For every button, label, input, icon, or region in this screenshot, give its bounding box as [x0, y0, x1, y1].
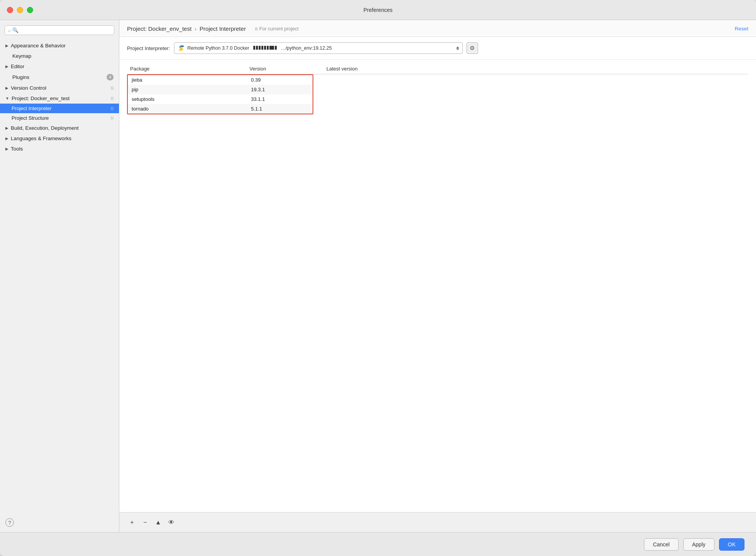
nav-items: ▶ Appearance & Behavior Keymap ▶ Editor …	[0, 39, 119, 156]
copy-icon: ⎘	[111, 116, 114, 121]
copy-icon: ⎘	[111, 96, 114, 101]
breadcrumb-project: Project: Docker_env_test	[127, 25, 192, 32]
sidebar-item-appearance[interactable]: ▶ Appearance & Behavior	[0, 40, 119, 51]
content-area: Project: Docker_env_test › Project Inter…	[119, 20, 756, 532]
col-header-latest: Latest version	[323, 66, 748, 72]
preferences-window: Preferences ⌕ ▶ Appearance & Behavior Ke…	[0, 0, 756, 556]
maximize-button[interactable]	[27, 7, 33, 13]
minimize-button[interactable]	[17, 7, 23, 13]
interpreter-settings-button[interactable]: ⚙	[467, 42, 478, 54]
sidebar-item-plugins[interactable]: Plugins 4	[0, 72, 119, 83]
search-input[interactable]	[12, 27, 111, 33]
arrow-icon: ▶	[5, 44, 8, 48]
arrow-icon: ▶	[5, 147, 8, 151]
bottom-toolbar: + − ▲ 👁	[119, 512, 756, 532]
package-version: 0.39	[247, 75, 313, 85]
python-icon	[177, 44, 185, 52]
table-row[interactable]: tornado 5.1.1	[128, 104, 313, 114]
table-row[interactable]: setuptools 33.1.1	[128, 94, 313, 104]
show-package-details-button[interactable]: 👁	[166, 517, 176, 528]
package-version: 19.3.1	[247, 85, 313, 94]
sidebar-item-label: Project: Docker_env_test	[12, 95, 70, 101]
sidebar-item-label: Editor	[11, 64, 24, 69]
package-table: jieba 0.39 pip 19.3.1 setuptools 33.1.1 …	[127, 74, 313, 114]
sidebar-item-project[interactable]: ▼ Project: Docker_env_test ⎘	[0, 93, 119, 104]
help-button[interactable]: ?	[5, 518, 14, 527]
content-header: Project: Docker_env_test › Project Inter…	[119, 20, 756, 37]
arrow-icon: ▶	[5, 126, 8, 130]
cancel-button[interactable]: Cancel	[644, 538, 679, 551]
breadcrumb-current: Project Interpreter	[200, 25, 246, 32]
table-row[interactable]: pip 19.3.1	[128, 85, 313, 94]
breadcrumb-separator: ›	[195, 25, 197, 32]
copy-icon: ⎘	[111, 85, 114, 91]
package-name: setuptools	[128, 94, 247, 104]
sidebar-item-project-structure[interactable]: Project Structure ⎘	[0, 113, 119, 123]
footer: Cancel Apply OK	[0, 532, 756, 556]
upgrade-package-button[interactable]: ▲	[153, 517, 163, 528]
ok-button[interactable]: OK	[719, 538, 744, 551]
package-version: 33.1.1	[247, 94, 313, 104]
remove-package-button[interactable]: −	[140, 517, 150, 528]
sidebar-item-label: Languages & Frameworks	[11, 136, 72, 141]
package-version: 5.1.1	[247, 104, 313, 114]
sidebar-item-version-control[interactable]: ▶ Version Control ⎘	[0, 83, 119, 93]
copy-small-icon: ⎘	[255, 27, 258, 31]
sidebar-item-label: Project Structure	[12, 115, 49, 121]
sidebar-footer: ?	[0, 156, 119, 532]
redacted-blocks	[253, 46, 277, 50]
sidebar-item-editor[interactable]: ▶ Editor	[0, 61, 119, 72]
arrow-icon: ▶	[5, 86, 8, 90]
interpreter-value: Remote Python 3.7.0 Docker …/python_en	[187, 45, 452, 51]
add-package-button[interactable]: +	[127, 517, 137, 528]
sidebar-item-label: Appearance & Behavior	[11, 43, 66, 49]
dropdown-arrow-icon	[456, 47, 459, 50]
sidebar-item-languages[interactable]: ▶ Languages & Frameworks	[0, 133, 119, 144]
sidebar-item-label: Plugins	[12, 74, 29, 80]
sidebar-item-project-interpreter[interactable]: Project Interpreter ⎘	[0, 104, 119, 113]
traffic-lights	[7, 7, 33, 13]
apply-button[interactable]: Apply	[683, 538, 714, 551]
sidebar-item-keymap[interactable]: Keymap	[0, 51, 119, 61]
close-button[interactable]	[7, 7, 13, 13]
table-header: Package Version Latest version	[127, 63, 748, 74]
title-bar: Preferences	[0, 0, 756, 20]
arrow-icon: ▼	[5, 96, 9, 100]
for-current-project: ⎘ For current project	[255, 26, 299, 32]
package-name: pip	[128, 85, 247, 94]
col-header-package: Package	[127, 66, 246, 72]
sidebar-item-tools[interactable]: ▶ Tools	[0, 144, 119, 154]
interpreter-dropdown[interactable]: Remote Python 3.7.0 Docker …/python_en	[174, 42, 463, 54]
package-table-area: Package Version Latest version jieba 0.3…	[127, 60, 748, 512]
interpreter-row: Project Interpreter: Remote Python 3.7.0…	[119, 37, 756, 60]
table-row[interactable]: jieba 0.39	[128, 75, 313, 85]
sidebar-item-label: Keymap	[12, 53, 32, 59]
main-layout: ⌕ ▶ Appearance & Behavior Keymap ▶ Edito…	[0, 20, 756, 532]
arrow-icon: ▶	[5, 64, 8, 69]
search-icon: ⌕	[8, 28, 11, 33]
copy-icon: ⎘	[111, 106, 114, 111]
window-title: Preferences	[363, 7, 392, 13]
reset-button[interactable]: Reset	[735, 26, 748, 32]
sidebar-item-label: Version Control	[11, 85, 46, 91]
arrow-icon: ▶	[5, 136, 8, 141]
interpreter-label: Project Interpreter:	[127, 45, 170, 51]
sidebar-item-label: Build, Execution, Deployment	[11, 125, 79, 131]
search-box[interactable]: ⌕	[5, 25, 114, 35]
package-name: jieba	[128, 75, 247, 85]
plugins-badge: 4	[107, 74, 114, 80]
sidebar: ⌕ ▶ Appearance & Behavior Keymap ▶ Edito…	[0, 20, 119, 532]
sidebar-item-label: Project Interpreter	[12, 106, 52, 111]
sidebar-item-label: Tools	[11, 146, 23, 152]
col-header-version: Version	[246, 66, 323, 72]
sidebar-item-build[interactable]: ▶ Build, Execution, Deployment	[0, 123, 119, 133]
package-name: tornado	[128, 104, 247, 114]
